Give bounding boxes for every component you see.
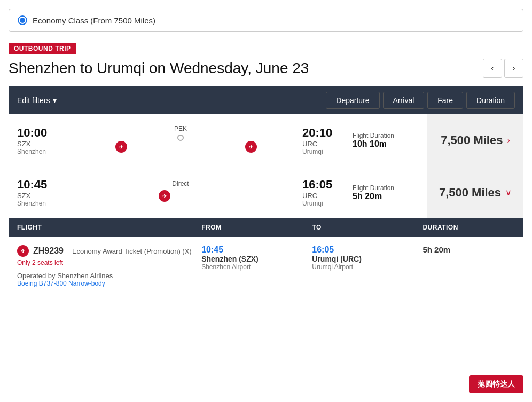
col-flight-header: FLIGHT [17, 224, 201, 231]
to-terminal: Urumqi Airport [312, 263, 423, 271]
edit-filters-label: Edit filters [17, 96, 50, 105]
dropdown-icon: ▾ [53, 96, 57, 105]
outbound-badge: OUTBOUND TRIP [9, 43, 76, 54]
flight-airline-icon: ✈ [17, 245, 29, 257]
arr-time-1: 20:10 [302, 126, 344, 140]
arr-city-2: Urumqi [302, 200, 344, 207]
col-from-header: FROM [201, 224, 312, 231]
seats-left: Only 2 seats left [17, 259, 201, 266]
price-block-1[interactable]: 7,500 Miles › [427, 114, 523, 167]
flights-container: 10:00 SZX Shenzhen PEK ✈ [9, 114, 523, 328]
col-to-header: TO [312, 224, 423, 231]
from-airport: Shenzhen (SZX) [201, 255, 312, 263]
route-header: Shenzhen to Urumqi on Wednesday, June 23… [9, 59, 523, 78]
price-block-2[interactable]: 7,500 Miles ∨ [427, 167, 523, 218]
flight-info-1: 10:00 SZX Shenzhen PEK ✈ [9, 114, 427, 167]
edit-filters-button[interactable]: Edit filters ▾ [17, 96, 57, 105]
details-row: ✈ ZH9239 Economy Award Ticket (Promotion… [9, 237, 523, 296]
arrival-block-1: 20:10 URC Urumqi [296, 126, 344, 155]
dep-city-1: Shenzhen [17, 148, 65, 155]
arr-code-2: URC [302, 192, 344, 200]
dep-time-1: 10:00 [17, 126, 65, 140]
arr-code-1: URC [302, 140, 344, 148]
dep-code-1: SZX [17, 140, 65, 148]
next-date-button[interactable]: › [504, 59, 523, 78]
duration-value-1: 10h 10m [353, 139, 410, 149]
price-arrow-1: › [507, 136, 510, 145]
aircraft-info: Boeing B737-800 Narrow-body [17, 280, 201, 287]
line-right-1 [184, 138, 290, 138]
operated-by: Operated by Shenzhen Airlines [17, 272, 201, 280]
flight-num-row: ✈ ZH9239 Economy Award Ticket (Promotion… [17, 245, 201, 257]
dep-code-2: SZX [17, 192, 65, 200]
sort-departure-button[interactable]: Departure [326, 92, 379, 109]
airline-icon-left-1: ✈ [115, 141, 127, 153]
filter-bar: Edit filters ▾ Departure Arrival Fare Du… [9, 86, 523, 114]
to-time: 16:05 [312, 245, 423, 255]
details-flight-col: ✈ ZH9239 Economy Award Ticket (Promotion… [17, 245, 201, 287]
airline-badge-center-2: ✈ [159, 190, 170, 202]
radio-inner [20, 18, 25, 23]
flight-card-2: 10:45 SZX Shenzhen Direct ✈ [9, 167, 523, 218]
price-text-2: 7,500 Miles [439, 186, 501, 200]
duration-value-2: 5h 20m [353, 192, 410, 201]
prev-date-button[interactable]: ‹ [483, 59, 502, 78]
route-line-1 [72, 135, 290, 141]
arr-city-1: Urumqi [302, 148, 344, 155]
dep-city-2: Shenzhen [17, 200, 65, 207]
bottom-spacer [9, 296, 523, 328]
duration-block-2: Flight Duration 5h 20m [344, 184, 419, 201]
fare-class-radio[interactable] [18, 15, 27, 25]
circle-1 [177, 135, 184, 141]
stop-label-2: Direct [172, 180, 189, 187]
ticket-type: Economy Award Ticket (Promotion) (X) [72, 247, 192, 255]
price-text-1: 7,500 Miles [441, 133, 503, 147]
col-duration-header: DURATION [423, 224, 515, 231]
details-duration-col: 5h 20m [423, 245, 515, 287]
stop-label-1: PEK [174, 125, 187, 132]
sort-buttons: Departure Arrival Fare Duration [326, 92, 515, 109]
airline-icon-center-2: ✈ [159, 190, 170, 202]
dep-time-2: 10:45 [17, 178, 65, 192]
arrival-block-2: 16:05 URC Urumqi [296, 178, 344, 207]
duration-block-1: Flight Duration 10h 10m [344, 132, 419, 149]
route-title: Shenzhen to Urumqi on Wednesday, June 23 [9, 60, 309, 77]
details-table-header: FLIGHT FROM TO DURATION [9, 218, 523, 237]
nav-buttons: ‹ › [483, 59, 523, 78]
arr-time-2: 16:05 [302, 178, 344, 192]
fare-class-section[interactable]: Economy Class (From 7500 Miles) [9, 9, 523, 32]
details-duration: 5h 20m [423, 245, 515, 254]
from-time: 10:45 [201, 245, 312, 255]
flight-card-1: 10:00 SZX Shenzhen PEK ✈ [9, 114, 523, 167]
route-line-block-2: Direct ✈ [65, 180, 296, 205]
line-left-1 [72, 138, 177, 138]
page-wrapper: Economy Class (From 7500 Miles) OUTBOUND… [0, 9, 532, 328]
details-from-col: 10:45 Shenzhen (SZX) Shenzhen Airport [201, 245, 312, 287]
departure-block-1: 10:00 SZX Shenzhen [17, 126, 65, 155]
duration-label-2: Flight Duration [353, 184, 410, 192]
flight-number: ZH9239 [33, 246, 64, 256]
sort-fare-button[interactable]: Fare [427, 92, 463, 109]
airline-badge-right-1: ✈ [245, 141, 257, 153]
fare-class-label: Economy Class (From 7500 Miles) [33, 16, 155, 25]
from-terminal: Shenzhen Airport [201, 263, 312, 271]
airline-icon-right-1: ✈ [245, 141, 257, 153]
sort-arrival-button[interactable]: Arrival [383, 92, 425, 109]
airline-badge-left-1: ✈ [115, 141, 127, 153]
duration-label-1: Flight Duration [353, 132, 410, 139]
route-line-block-1: PEK ✈ ✈ [65, 125, 296, 156]
to-airport: Urumqi (URC) [312, 255, 423, 263]
price-arrow-2: ∨ [505, 187, 512, 198]
outbound-section: OUTBOUND TRIP Shenzhen to Urumqi on Wedn… [0, 43, 532, 328]
flight-info-2: 10:45 SZX Shenzhen Direct ✈ [9, 167, 427, 218]
departure-block-2: 10:45 SZX Shenzhen [17, 178, 65, 207]
sort-duration-button[interactable]: Duration [466, 92, 515, 109]
details-to-col: 16:05 Urumqi (URC) Urumqi Airport [312, 245, 423, 287]
